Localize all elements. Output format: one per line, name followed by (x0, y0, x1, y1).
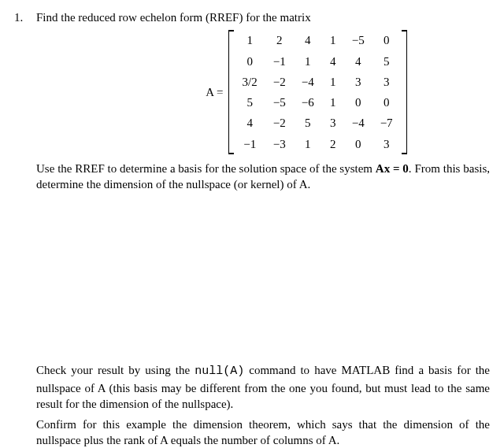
cell: −1 (265, 51, 294, 72)
cell: −5 (265, 92, 294, 113)
cell: −2 (265, 113, 294, 133)
paragraph-null: Check your result by using the null(A) c… (36, 362, 490, 412)
cell: 3 (322, 113, 344, 133)
cell: 5 (294, 113, 322, 133)
matrix-label: A = (206, 84, 223, 100)
left-bracket (228, 30, 235, 154)
cell: 0 (235, 51, 265, 72)
cell: −4 (344, 113, 372, 133)
problem-block: 1. Find the reduced row echelon form (RR… (14, 9, 490, 448)
cell: 2 (322, 134, 344, 154)
cell: 1 (294, 134, 322, 154)
cell: 4 (235, 113, 265, 133)
cell: 4 (294, 30, 322, 50)
table-row: 1 2 4 1 −5 0 (235, 30, 401, 50)
cell: 2 (265, 30, 294, 50)
paragraph-dimension: Confirm for this example the dimension t… (36, 417, 490, 448)
table-row: −1 −3 1 2 0 3 (235, 134, 401, 154)
text: Use the RREF to determine a basis for th… (36, 162, 376, 175)
cell: −5 (344, 30, 372, 50)
cell: 0 (372, 30, 401, 50)
cell: 3 (344, 72, 372, 92)
cell: −7 (372, 113, 401, 133)
table-row: 0 −1 1 4 4 5 (235, 51, 401, 72)
cell: 1 (322, 30, 344, 50)
cell: 1 (235, 30, 265, 50)
cell: 3 (372, 134, 401, 154)
cell: 3/2 (235, 72, 265, 92)
cell: −2 (265, 72, 294, 92)
cell: 4 (322, 51, 344, 72)
table-row: 5 −5 −6 1 0 0 (235, 92, 401, 113)
text: Check your result by using the (36, 364, 195, 376)
workspace-gap (36, 197, 490, 362)
cell: 0 (372, 92, 401, 113)
cell: 0 (344, 92, 372, 113)
cell: 1 (294, 51, 322, 72)
cell: 4 (344, 51, 372, 72)
equation: Ax = 0 (376, 162, 409, 175)
cell: 1 (322, 72, 344, 92)
cell: −6 (294, 92, 322, 113)
problem-body: Find the reduced row echelon form (RREF)… (36, 9, 490, 448)
cell: −3 (265, 134, 294, 154)
intro-text: Find the reduced row echelon form (RREF)… (36, 9, 490, 25)
cell: 0 (344, 134, 372, 154)
right-bracket (401, 30, 407, 154)
cell: 3 (372, 72, 401, 92)
matrix-equation: A = 1 2 4 1 −5 0 0 −1 1 (123, 30, 490, 154)
cell: 5 (235, 92, 265, 113)
cell: 5 (372, 51, 401, 72)
table-row: 3/2 −2 −4 1 3 3 (235, 72, 401, 92)
cell: −4 (294, 72, 322, 92)
paragraph-rref: Use the RREF to determine a basis for th… (36, 161, 490, 193)
matrix: 1 2 4 1 −5 0 0 −1 1 4 4 5 (228, 30, 407, 154)
cell: 1 (322, 92, 344, 113)
table-row: 4 −2 5 3 −4 −7 (235, 113, 401, 133)
matrix-table: 1 2 4 1 −5 0 0 −1 1 4 4 5 (235, 30, 401, 154)
problem-number: 1. (14, 9, 36, 448)
code: null(A) (195, 365, 244, 378)
cell: −1 (235, 134, 265, 154)
